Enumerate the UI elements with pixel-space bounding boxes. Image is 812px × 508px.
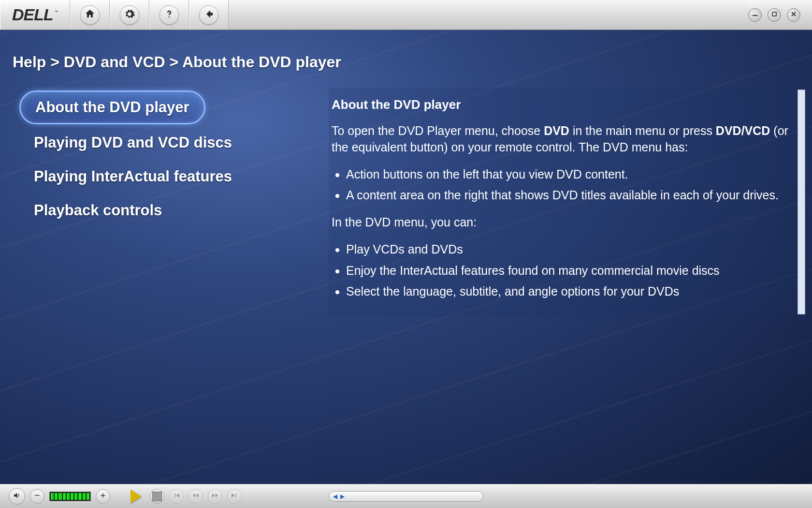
close-button[interactable] xyxy=(787,8,800,22)
breadcrumb-seg-0[interactable]: Help xyxy=(13,53,46,71)
plus-icon xyxy=(99,491,107,502)
fast-forward-button[interactable] xyxy=(208,489,222,504)
minimize-button[interactable] xyxy=(748,8,762,22)
help-cell xyxy=(149,0,189,30)
content-row: About the DVD player Playing DVD and VCD… xyxy=(0,88,812,316)
rewind-icon xyxy=(191,491,200,502)
list-item: A content area on the right that shows D… xyxy=(346,187,793,204)
nav-item-label: Playback controls xyxy=(34,202,162,219)
nav-item-playing-dvd-vcd[interactable]: Playing DVD and VCD discs xyxy=(19,127,246,158)
brand-cell: DELL ™ xyxy=(0,0,70,30)
article-list-1: Action buttons on the left that you view… xyxy=(346,166,793,204)
list-item: Select the language, subtitle, and angle… xyxy=(346,284,793,300)
volume-up-button[interactable] xyxy=(96,489,110,504)
svg-rect-1 xyxy=(753,15,757,16)
nav-item-label: Playing DVD and VCD discs xyxy=(34,134,232,151)
top-toolbar: DELL ™ xyxy=(0,0,812,30)
svg-rect-5 xyxy=(102,493,103,497)
breadcrumb-seg-1[interactable]: DVD and VCD xyxy=(64,53,165,71)
home-button[interactable] xyxy=(80,5,100,25)
brand-name: DELL xyxy=(12,5,53,24)
volume-meter[interactable] xyxy=(49,492,91,501)
svg-rect-3 xyxy=(35,495,40,496)
article-text: in the main menu or press xyxy=(569,124,716,137)
nav-column: About the DVD player Playing DVD and VCD… xyxy=(19,88,329,316)
back-arrow-icon xyxy=(203,8,215,22)
volume-down-button[interactable] xyxy=(30,489,44,504)
toolbar-left-group: DELL ™ xyxy=(0,0,229,30)
list-item: Action buttons on the left that you view… xyxy=(346,166,793,183)
question-icon xyxy=(163,8,175,22)
nav-item-playback-controls[interactable]: Playback controls xyxy=(19,195,176,226)
list-item: Enjoy the InterActual features found on … xyxy=(346,263,793,279)
article-pane: About the DVD player To open the DVD Pla… xyxy=(329,88,806,316)
settings-cell xyxy=(110,0,149,30)
restore-icon xyxy=(771,11,778,19)
breadcrumb: Help > DVD and VCD > About the DVD playe… xyxy=(0,30,812,88)
article-bold: DVD/VCD xyxy=(716,124,770,137)
svg-point-0 xyxy=(169,16,170,17)
play-button[interactable] xyxy=(127,487,145,506)
prev-track-button[interactable] xyxy=(169,489,184,504)
stop-icon xyxy=(152,492,162,501)
toolbar-spacer xyxy=(229,0,748,30)
speaker-icon xyxy=(13,491,21,502)
list-item: Play VCDs and DVDs xyxy=(346,241,793,258)
gear-icon xyxy=(124,8,135,22)
back-button[interactable] xyxy=(199,5,218,25)
svg-rect-2 xyxy=(772,12,776,16)
dell-logo: DELL ™ xyxy=(12,5,58,24)
article-list-2: Play VCDs and DVDs Enjoy the InterActual… xyxy=(346,241,793,300)
home-cell xyxy=(70,0,110,30)
next-track-button[interactable] xyxy=(227,489,242,504)
nav-item-label: About the DVD player xyxy=(35,99,189,116)
forward-icon xyxy=(211,491,219,502)
rewind-button[interactable] xyxy=(188,489,203,504)
article-intro: To open the DVD Player menu, choose DVD … xyxy=(332,123,793,156)
scrubber[interactable]: ◀ ▶ xyxy=(329,491,483,502)
play-icon xyxy=(130,490,141,503)
breadcrumb-sep: > xyxy=(50,53,64,71)
scrub-left-icon: ◀ xyxy=(333,493,337,500)
breadcrumb-seg-2: About the DVD player xyxy=(182,53,341,71)
skip-back-icon xyxy=(172,491,181,502)
back-cell xyxy=(189,0,229,30)
minimize-icon xyxy=(752,11,758,19)
help-button[interactable] xyxy=(160,5,179,25)
scrub-right-icon: ▶ xyxy=(340,493,345,500)
main-content: Help > DVD and VCD > About the DVD playe… xyxy=(0,30,812,484)
brand-trademark: ™ xyxy=(54,10,58,15)
window-controls xyxy=(748,0,812,30)
nav-item-interactual[interactable]: Playing InterActual features xyxy=(19,161,246,192)
minus-icon xyxy=(33,491,42,502)
restore-button[interactable] xyxy=(768,8,781,22)
article-title: About the DVD player xyxy=(332,96,793,113)
article-text: To open the DVD Player menu, choose xyxy=(332,124,544,137)
scrollbar[interactable] xyxy=(798,90,805,314)
article-para-2: In the DVD menu, you can: xyxy=(332,214,793,231)
player-bar: ◀ ▶ xyxy=(0,484,812,508)
article-bold: DVD xyxy=(544,124,569,137)
nav-item-label: Playing InterActual features xyxy=(34,168,232,185)
stop-button[interactable] xyxy=(150,489,164,504)
home-icon xyxy=(84,8,96,22)
close-icon xyxy=(790,11,797,19)
skip-forward-icon xyxy=(230,491,239,502)
settings-button[interactable] xyxy=(120,5,139,25)
breadcrumb-sep: > xyxy=(170,53,182,71)
nav-item-about-dvd-player[interactable]: About the DVD player xyxy=(19,90,205,124)
mute-button[interactable] xyxy=(9,488,25,505)
